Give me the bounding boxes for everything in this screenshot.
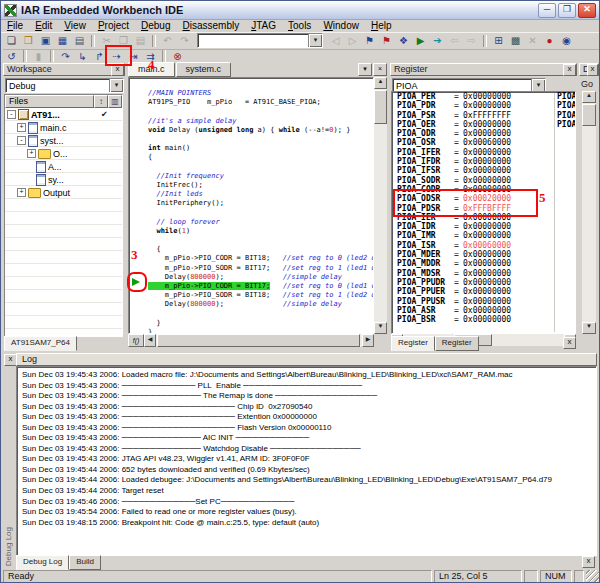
register-row-pioa-ppuer[interactable]: PIOA_PPUER=0x00000000 (392, 287, 575, 296)
register-row-pioa-idr[interactable]: PIOA_IDR=0x00000000 (392, 222, 575, 231)
register-row-pioa-per[interactable]: PIOA_PER=0x00000000PIOA (392, 92, 575, 101)
code-line[interactable]: AT91PS_PIO m_pPio = AT91C_BASE_PIOA; (148, 98, 373, 107)
menu-item-file[interactable]: File (1, 19, 29, 32)
chevron-down-icon[interactable]: ▾ (109, 79, 123, 92)
code-line[interactable]: m_pPio->PIO_CODR = BIT17; //set reg to 0… (148, 282, 373, 291)
menu-item-project[interactable]: Project (92, 19, 135, 32)
code-line[interactable] (148, 310, 373, 319)
next-bookmark-button[interactable]: ⚑ (378, 33, 395, 48)
code-line[interactable]: InitFrec(); (148, 181, 373, 190)
register-row-pioa-sodr[interactable]: PIOA_SODR=0x00000000 (392, 176, 575, 185)
editor-close-icon[interactable]: × (373, 63, 387, 76)
code-line[interactable]: { (148, 153, 373, 162)
code-line[interactable] (148, 208, 373, 217)
files-header-label[interactable]: Files (5, 95, 94, 108)
tree-item-at91[interactable]: -AT91...✔ (5, 108, 122, 121)
log-tab-build-1[interactable]: Build (69, 555, 101, 570)
code-line[interactable]: void Delay (unsigned long a) { while (--… (148, 126, 373, 135)
reset-button[interactable]: ↺ (3, 50, 20, 63)
log-tabs-close-icon[interactable]: x (582, 556, 595, 568)
register-row-pioa-mder[interactable]: PIOA_MDER=0x00000000 (392, 250, 575, 259)
workspace-tab-project[interactable]: AT91SAM7_P64 (4, 336, 77, 351)
resize-grip[interactable] (586, 570, 599, 583)
register-tab-register[interactable]: Register (391, 336, 435, 351)
code-line[interactable]: m_pPio->PIO_CODR = BIT18; //set reg to 0… (148, 254, 373, 263)
register-row-pioa-bsr[interactable]: PIOA_BSR=0x00000000 (392, 315, 575, 324)
new-document-button[interactable]: ❏ (3, 33, 20, 48)
menu-item-edit[interactable]: Edit (29, 19, 58, 32)
expand-icon[interactable]: + (17, 123, 26, 132)
code-line[interactable]: int main() (148, 144, 373, 153)
expand-icon[interactable]: + (27, 149, 36, 158)
save-button[interactable]: ▣ (37, 33, 54, 48)
editor-hscroll-thumb[interactable] (157, 334, 360, 347)
build-config-combo[interactable]: Debug ▾ (5, 78, 124, 93)
code-line[interactable]: Delay(800000); //simple delay (148, 273, 373, 282)
goto-function-button[interactable]: f() (128, 334, 144, 347)
menu-item-tools[interactable]: Tools (282, 19, 317, 32)
scroll-down-icon[interactable]: ▼ (374, 322, 387, 334)
editor-vscroll-thumb[interactable] (374, 90, 387, 124)
save-all-button[interactable]: ▦ (54, 33, 71, 48)
tab-scroll-icon[interactable]: ▾ (358, 63, 372, 76)
toggle-breakpoint-button[interactable]: ● (541, 33, 558, 48)
code-line[interactable] (148, 135, 373, 144)
toggle-bookmark-button[interactable]: ⚑ (361, 33, 378, 48)
code-line[interactable]: m_pPio->PIO_SODR = BIT18; //set reg to 1… (148, 291, 373, 300)
scroll-right-icon[interactable]: ▶ (362, 334, 374, 347)
register-row-pioa-oer[interactable]: PIOA_OER=0x00000000PIOA (392, 120, 575, 129)
scroll-up-icon[interactable]: ▲ (582, 91, 596, 103)
menu-item-view[interactable]: View (58, 19, 92, 32)
code-line[interactable] (148, 107, 373, 116)
tree-item-a[interactable]: A... (5, 160, 122, 173)
code-line[interactable] (148, 236, 373, 245)
register-row-pioa-pdr[interactable]: PIOA_PDR=0x00000000PIOA (392, 101, 575, 110)
register-row-pioa-mdsr[interactable]: PIOA_MDSR=0x00000000 (392, 269, 575, 278)
code-line[interactable]: } (148, 319, 373, 328)
register-row-pioa-ifdr[interactable]: PIOA_IFDR=0x00000000 (392, 157, 575, 166)
log-dock-grip[interactable]: x Debug Log (3, 351, 16, 570)
code-line[interactable]: { (148, 245, 373, 254)
menu-item-debug[interactable]: Debug (135, 19, 176, 32)
code-line[interactable]: while(1) (148, 227, 373, 236)
register-row-pioa-isr[interactable]: PIOA_ISR=0x00060000 (392, 241, 575, 250)
editor-tab-system-c[interactable]: system.c (176, 62, 232, 77)
side-vscroll-thumb[interactable] (582, 104, 596, 126)
menu-item-disassembly[interactable]: Disassembly (176, 19, 245, 32)
compile-button[interactable]: ⊞ (490, 33, 507, 48)
log-tab-debug-log[interactable]: Debug Log (16, 555, 69, 570)
files-header-sort-icon[interactable]: ↕ (94, 95, 108, 108)
code-line[interactable]: //Init leds (148, 190, 373, 199)
debugger-button[interactable]: ◉ (558, 33, 575, 48)
menu-item-window[interactable]: Window (317, 19, 365, 32)
maximize-button[interactable]: ❐ (558, 3, 576, 18)
register-tab-register-1[interactable]: Register (435, 336, 479, 351)
menu-item-jtag[interactable]: JTAG (245, 19, 282, 32)
register-row-pioa-ifsr[interactable]: PIOA_IFSR=0x00000000 (392, 166, 575, 175)
go-button[interactable]: ▶ (412, 33, 429, 48)
code-line[interactable] (148, 163, 373, 172)
code-line[interactable]: InitPeriphery(); (148, 199, 373, 208)
find-combo[interactable]: ▾ (197, 33, 323, 48)
register-close-icon[interactable]: x (563, 64, 576, 76)
register-row-pioa-ppudr[interactable]: PIOA_PPUDR=0x00000000 (392, 278, 575, 287)
code-line[interactable]: //it's a simple delay (148, 117, 373, 126)
chevron-down-icon[interactable]: ▾ (308, 34, 322, 47)
files-header-build-icon[interactable]: ▥ (108, 95, 122, 108)
code-editor[interactable]: //MAIN POINTERSAT91PS_PIO m_pPio = AT91C… (128, 77, 374, 334)
stop-debugging-button[interactable]: ⊗ (169, 50, 186, 63)
side-vscrollbar[interactable] (582, 91, 596, 334)
tree-item-output[interactable]: +Output (5, 186, 122, 199)
register-row-pioa-psr[interactable]: PIOA_PSR=0xFFFFFFFFPIOA (392, 111, 575, 120)
tree-item-sy[interactable]: sy... (5, 173, 122, 186)
register-row-pioa-asr[interactable]: PIOA_ASR=0x00000000 (392, 306, 575, 315)
register-row-pioa-osr[interactable]: PIOA_OSR=0x00060000 (392, 138, 575, 147)
collapse-icon[interactable]: - (17, 136, 26, 145)
collapse-icon[interactable]: - (7, 110, 16, 119)
side-panel-close-icon[interactable]: x (587, 64, 598, 76)
browse-window-button[interactable]: ❖ (395, 33, 412, 48)
register-row-pioa-imr[interactable]: PIOA_IMR=0x00000000 (392, 231, 575, 240)
code-line[interactable]: //Init frequency (148, 172, 373, 181)
register-row-pioa-odr[interactable]: PIOA_ODR=0x00000000 (392, 129, 575, 138)
goto-button[interactable]: ➔ (429, 33, 446, 48)
